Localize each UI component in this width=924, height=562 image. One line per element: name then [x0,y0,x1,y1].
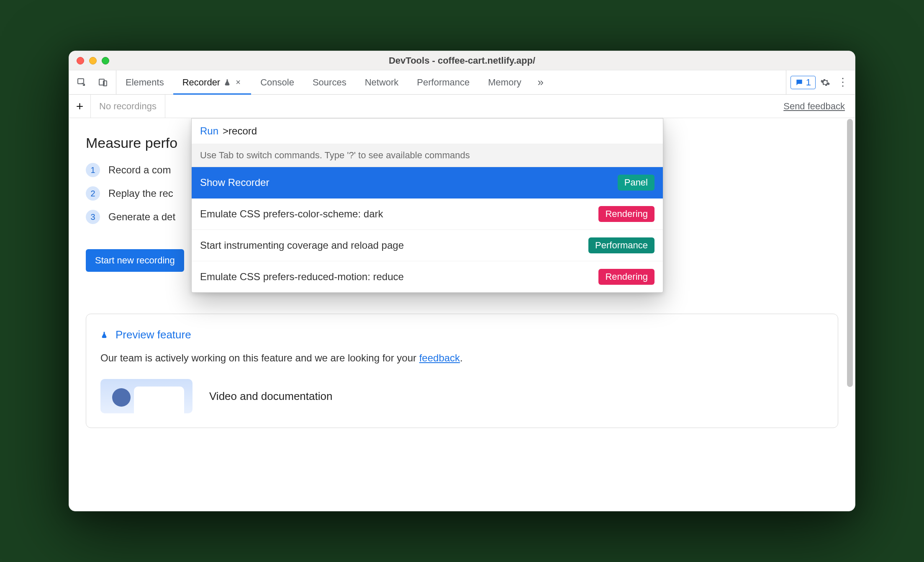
scrollbar[interactable] [846,119,854,510]
command-item-coverage[interactable]: Start instrumenting coverage and reload … [192,230,663,261]
command-menu: Run >record Use Tab to switch commands. … [191,118,663,293]
command-item-label: Emulate CSS prefers-color-scheme: dark [200,208,383,220]
command-item-emulate-dark[interactable]: Emulate CSS prefers-color-scheme: dark R… [192,199,663,230]
command-item-label: Emulate CSS prefers-reduced-motion: redu… [200,271,404,283]
step-text: Replay the rec [108,188,173,199]
media-row: Video and documentation [100,379,824,413]
step-number: 1 [86,163,100,177]
preview-feature-card: Preview feature Our team is actively wor… [86,314,838,428]
step-text: Generate a det [108,211,175,223]
tab-label: Console [260,77,294,88]
tab-memory[interactable]: Memory [479,70,530,94]
tab-label: Network [365,77,399,88]
preview-title: Preview feature [116,328,191,341]
step-number: 3 [86,210,100,224]
command-input-row[interactable]: Run >record [192,119,663,144]
command-input-text: >record [223,125,257,137]
step-text: Record a com [108,164,171,176]
tab-label: Memory [488,77,521,88]
command-item-badge: Rendering [598,269,654,285]
flask-icon [223,79,231,86]
device-toolbar-icon[interactable] [94,70,112,94]
app-window: DevTools - coffee-cart.netlify.app/ Elem… [69,51,855,511]
settings-icon[interactable] [817,75,833,90]
tab-elements[interactable]: Elements [116,70,173,94]
new-recording-button[interactable]: + [69,95,91,118]
tab-label: Recorder [182,77,220,88]
video-thumbnail[interactable] [100,379,192,413]
feedback-link[interactable]: feedback [419,352,460,363]
window-title: DevTools - coffee-cart.netlify.app/ [69,55,855,66]
window-shadow: DevTools - coffee-cart.netlify.app/ Elem… [69,51,855,511]
tab-label: Performance [417,77,470,88]
recorder-subtoolbar: + No recordings Send feedback [69,95,855,118]
command-item-label: Show Recorder [200,177,269,188]
command-item-badge: Rendering [598,206,654,222]
command-item-show-recorder[interactable]: Show Recorder Panel [192,167,663,199]
scrollbar-thumb[interactable] [847,119,853,387]
svg-rect-0 [78,79,84,84]
command-item-reduced-motion[interactable]: Emulate CSS prefers-reduced-motion: redu… [192,261,663,292]
overflow-tabs-button[interactable]: » [531,70,551,94]
inspect-element-icon[interactable] [73,70,91,94]
command-run-label: Run [200,125,218,137]
tab-network[interactable]: Network [356,70,408,94]
preview-text: Our team is actively working on this fea… [100,352,824,364]
panel-content: Measure perfo 1 Record a com 2 Replay th… [69,118,855,511]
tab-label: Sources [313,77,346,88]
panel-tabs: Elements Recorder × Console Sources Netw… [116,70,786,94]
messages-button[interactable]: 1 [791,76,816,89]
start-recording-button[interactable]: Start new recording [86,249,184,272]
recording-selector[interactable]: No recordings [91,95,165,118]
messages-count: 1 [806,77,811,88]
tab-console[interactable]: Console [251,70,303,94]
close-tab-icon[interactable]: × [234,79,242,86]
command-item-badge: Performance [588,237,654,253]
command-hint: Use Tab to switch commands. Type '?' to … [192,144,663,167]
minimize-window-button[interactable] [89,57,97,64]
flask-icon [100,331,108,339]
tab-label: Elements [126,77,164,88]
titlebar: DevTools - coffee-cart.netlify.app/ [69,51,855,70]
zoom-window-button[interactable] [102,57,109,64]
devtools-toolbar: Elements Recorder × Console Sources Netw… [69,70,855,95]
close-window-button[interactable] [77,57,84,64]
tab-recorder[interactable]: Recorder × [173,70,251,94]
media-title: Video and documentation [209,390,332,403]
window-controls [69,57,109,64]
tab-performance[interactable]: Performance [408,70,479,94]
tab-sources[interactable]: Sources [303,70,356,94]
command-item-label: Start instrumenting coverage and reload … [200,240,404,251]
kebab-menu-icon[interactable]: ⋮ [835,75,851,90]
send-feedback-link[interactable]: Send feedback [773,101,855,112]
step-number: 2 [86,186,100,201]
command-item-badge: Panel [618,175,654,191]
